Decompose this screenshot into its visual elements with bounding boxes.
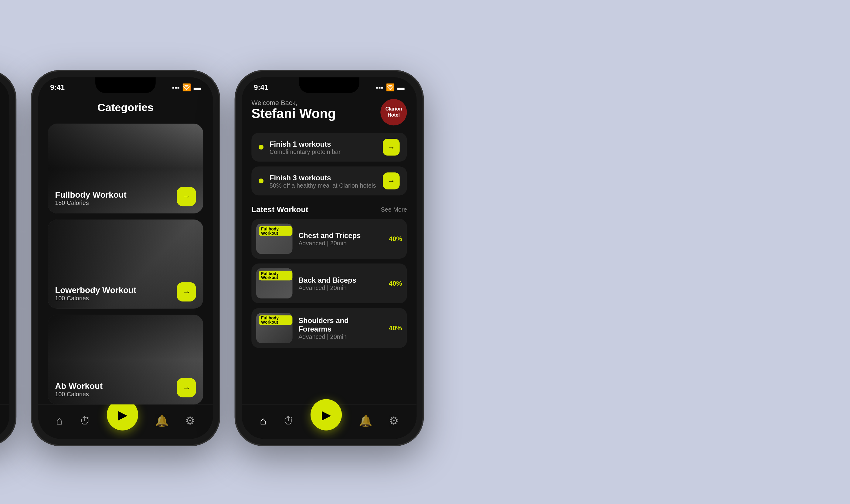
latest-section-header: Latest Workout See More — [251, 205, 407, 214]
hotel-badge-4: ClarionHotel — [380, 99, 407, 125]
nav-home-4[interactable]: ⌂ — [260, 414, 267, 427]
fullbody-info: Fullbody Workout 180 Calories — [55, 190, 127, 206]
ab-name: Ab Workout — [55, 381, 103, 391]
phone-activity: 9:41 ▪▪▪ 🛜 ▬ Welcome Back, Stefani Wong — [0, 70, 16, 446]
deal-item-1: Finish 1 workouts Complimentary protein … — [0, 263, 9, 292]
lowerbody-cal: 100 Calories — [55, 295, 136, 302]
workout-thumb-2: Fullbody Workout — [256, 313, 292, 343]
workout-row-0[interactable]: Fullbody Workout Chest and Triceps Advan… — [251, 219, 407, 259]
latest-workout-strip: Fullbody Workout Fullbody Workout — [0, 339, 9, 376]
ab-info: Ab Workout 100 Calories — [55, 381, 103, 397]
workout-row-2[interactable]: Fullbody Workout Shoulders and Forearms … — [251, 308, 407, 348]
play-center-4[interactable]: ▶ — [311, 399, 342, 431]
workout-meta-0: Advanced | 20min — [299, 239, 383, 246]
workout-name-0: Chest and Triceps — [299, 231, 383, 240]
category-card-0[interactable]: Fullbody Workout 180 Calories → — [48, 124, 203, 213]
wifi-4: 🛜 — [386, 83, 395, 92]
workout-meta-2: Advanced | 20min — [299, 333, 383, 340]
phone-rewards: 9:41 ▪▪▪ 🛜 ▬ Welcome Back, Stefani Wong — [235, 70, 424, 446]
notch-3 — [95, 77, 156, 93]
bell-icon-4: 🔔 — [359, 414, 372, 428]
home-icon-3: ⌂ — [56, 414, 63, 427]
play-icon-4: ▶ — [322, 408, 331, 422]
thumb-label-0: Fullbody Workout — [259, 226, 292, 236]
reward-sub-0: Complimentary protein bar — [270, 148, 377, 155]
lowerbody-info: Lowerbody Workout 100 Calories — [55, 285, 136, 302]
nav-settings-4[interactable]: ⚙ — [389, 414, 399, 428]
notch-4 — [299, 77, 359, 93]
reward-title-0: Finish 1 workouts — [270, 140, 377, 148]
bell-icon-3: 🔔 — [155, 414, 168, 428]
deal-item-0: Finish 2 workouts 20% off at Clarion hot… — [0, 234, 9, 263]
workout-info-2: Shoulders and Forearms Advanced | 20min — [299, 317, 383, 340]
reward-arrow-0[interactable]: → — [383, 139, 400, 156]
category-card-1[interactable]: Lowerbody Workout 100 Calories → — [48, 219, 203, 309]
reward-text-0: Finish 1 workouts Complimentary protein … — [270, 140, 377, 155]
ab-arrow-btn[interactable]: → — [177, 378, 196, 397]
reward-arrow-1[interactable]: → — [383, 173, 400, 190]
reward-sub-1: 50% off a healthy meal at Clarion hotels — [270, 182, 377, 188]
fullbody-overlay: Fullbody Workout 180 Calories → — [48, 124, 203, 213]
thumb-label-1: Fullbody Workout — [259, 271, 292, 281]
workout-info-0: Chest and Triceps Advanced | 20min — [299, 231, 383, 247]
reward-item-0: Finish 1 workouts Complimentary protein … — [251, 133, 407, 162]
lowerbody-overlay: Lowerbody Workout 100 Calories → — [48, 219, 203, 309]
reward-item-1: Finish 3 workouts 50% off a healthy meal… — [251, 166, 407, 195]
workout-progress-0: 40% — [389, 235, 402, 242]
nav-bell-4[interactable]: 🔔 — [359, 414, 372, 428]
battery-4: ▬ — [397, 83, 405, 92]
lowerbody-arrow-btn[interactable]: → — [177, 282, 196, 302]
latest-section: Latest Workout See More Fullbody Workout… — [242, 205, 417, 404]
wifi-3: 🛜 — [182, 83, 191, 92]
activity-screen: 9:41 ▪▪▪ 🛜 ▬ Welcome Back, Stefani Wong — [0, 77, 9, 439]
reward-dot-1 — [259, 179, 264, 183]
workout-meta-1: Advanced | 20min — [299, 284, 383, 291]
bottom-nav-2: ⌂ ⏱ ▶ 🔔 ⚙ — [0, 404, 9, 439]
activity-section-title: Your Activity — [0, 133, 9, 147]
nav-bell-3[interactable]: 🔔 — [155, 414, 168, 428]
nav-timer-4[interactable]: ⏱ — [283, 414, 294, 427]
workout-thumb-0: Fullbody Workout — [256, 224, 292, 254]
thumb-label-2: Fullbody Workout — [259, 316, 292, 325]
ab-cal: 100 Calories — [55, 391, 103, 397]
lowerbody-name: Lowerbody Workout — [55, 285, 136, 295]
status-bar-2: 9:41 ▪▪▪ 🛜 ▬ — [0, 77, 9, 94]
latest-title-4: Latest Workout — [251, 205, 308, 214]
signal-4: ▪▪▪ — [376, 83, 383, 92]
phone-categories: 9:41 ▪▪▪ 🛜 ▬ Categories — [31, 70, 220, 446]
timer-icon-4: ⏱ — [283, 414, 294, 427]
workout-progress-1: 40% — [389, 280, 402, 287]
reward-text-1: Finish 3 workouts 50% off a healthy meal… — [270, 173, 377, 188]
category-list: Fullbody Workout 180 Calories → — [38, 124, 213, 404]
play-icon-3: ▶ — [118, 408, 127, 422]
nav-timer-3[interactable]: ⏱ — [79, 414, 90, 427]
workout-progress-2: 40% — [389, 324, 402, 331]
signal-3: ▪▪▪ — [172, 83, 180, 92]
battery-3: ▬ — [194, 83, 201, 92]
bottom-nav-3: ⌂ ⏱ ▶ 🔔 ⚙ — [38, 404, 213, 439]
workout-row-1[interactable]: Fullbody Workout Back and Biceps Advance… — [251, 264, 407, 303]
fullbody-arrow-btn[interactable]: → — [177, 187, 196, 206]
rewards-screen: 9:41 ▪▪▪ 🛜 ▬ Welcome Back, Stefani Wong — [242, 77, 417, 439]
workout-name-1: Back and Biceps — [299, 276, 383, 285]
deal-item-2: Finish 3 workouts 50% off a healthy meal… — [0, 292, 9, 321]
status-icons-4: ▪▪▪ 🛜 ▬ — [376, 83, 405, 92]
nav-settings-3[interactable]: ⚙ — [185, 414, 195, 428]
latest-header-row: Latest Workout See More — [0, 325, 9, 339]
nav-home-3[interactable]: ⌂ — [56, 414, 63, 427]
page-wrapper: 9:41 ▪▪▪ 🛜 ▬ Hey There, Welcome — [6, 6, 844, 504]
category-card-2[interactable]: Ab Workout 100 Calories → — [48, 315, 203, 404]
workout-name-2: Shoulders and Forearms — [299, 317, 383, 334]
workout-info-1: Back and Biceps Advanced | 20min — [299, 276, 383, 291]
home-icon-4: ⌂ — [260, 414, 267, 427]
time-3: 9:41 — [50, 83, 65, 92]
hotel-badge-text-4: ClarionHotel — [385, 107, 402, 118]
categories-screen: 9:41 ▪▪▪ 🛜 ▬ Categories — [38, 77, 213, 439]
fullbody-cal: 180 Calories — [55, 199, 127, 206]
user-name-4: Stefani Wong — [251, 106, 336, 122]
categories-title: Categories — [38, 94, 213, 124]
fullbody-name: Fullbody Workout — [55, 190, 127, 199]
reward-title-1: Finish 3 workouts — [270, 173, 377, 182]
reward-dot-0 — [259, 145, 264, 150]
latest-see-more-4[interactable]: See More — [381, 206, 407, 213]
